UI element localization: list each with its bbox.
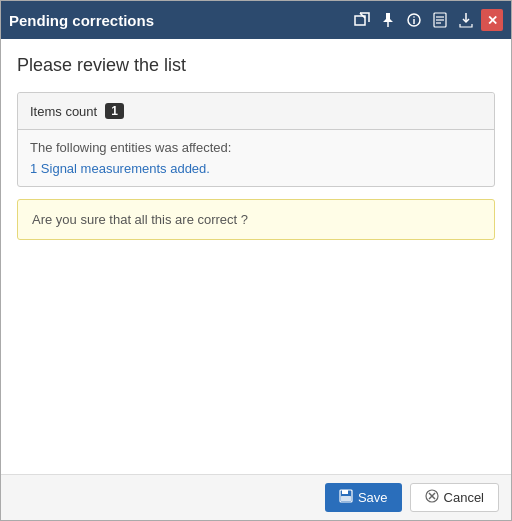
close-button[interactable]: ✕	[481, 9, 503, 31]
confirm-text: Are you sure that all this are correct ?	[32, 212, 248, 227]
save-doc-icon[interactable]	[429, 9, 451, 31]
items-count-badge: 1	[105, 103, 124, 119]
svg-rect-12	[342, 490, 348, 494]
confirm-box: Are you sure that all this are correct ?	[17, 199, 495, 240]
footer: Save Cancel	[1, 474, 511, 520]
svg-point-5	[413, 16, 415, 18]
cancel-icon	[425, 489, 439, 506]
save-label: Save	[358, 490, 388, 505]
affected-text: The following entities was affected:	[30, 140, 482, 155]
page-heading: Please review the list	[17, 55, 495, 76]
info-icon[interactable]	[403, 9, 425, 31]
svg-rect-13	[341, 496, 351, 501]
main-window: Pending corrections	[0, 0, 512, 521]
items-box: Items count 1 The following entities was…	[17, 92, 495, 187]
cancel-label: Cancel	[444, 490, 484, 505]
cancel-button[interactable]: Cancel	[410, 483, 499, 512]
items-count-label: Items count	[30, 104, 97, 119]
items-body: The following entities was affected: 1 S…	[18, 130, 494, 186]
export-icon[interactable]	[455, 9, 477, 31]
titlebar: Pending corrections	[1, 1, 511, 39]
save-icon	[339, 489, 353, 506]
signal-measurements-link[interactable]: 1 Signal measurements added.	[30, 161, 210, 176]
content-area: Please review the list Items count 1 The…	[1, 39, 511, 474]
save-button[interactable]: Save	[325, 483, 402, 512]
titlebar-icons: ✕	[351, 9, 503, 31]
pin-icon[interactable]	[377, 9, 399, 31]
items-header: Items count 1	[18, 93, 494, 130]
window-title: Pending corrections	[9, 12, 154, 29]
new-window-icon[interactable]	[351, 9, 373, 31]
